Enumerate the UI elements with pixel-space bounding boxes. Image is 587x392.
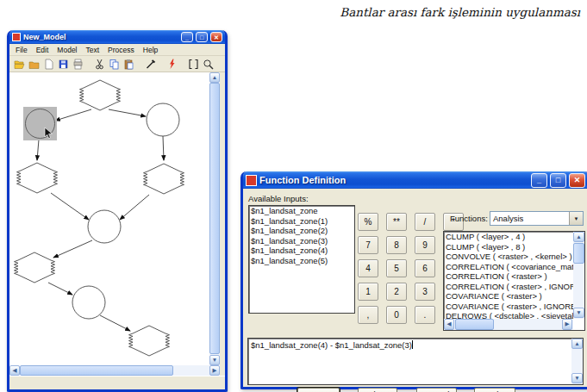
fit-extent-brackets-icon[interactable] <box>187 59 199 70</box>
minimize-button[interactable]: _ <box>181 32 193 42</box>
key-7[interactable]: 7 <box>358 236 378 254</box>
scroll-up-icon[interactable]: ▲ <box>571 339 583 349</box>
paste-icon[interactable] <box>122 59 134 70</box>
maximize-button[interactable]: □ <box>550 173 566 188</box>
input-item[interactable]: $n1_landsat_zone(5) <box>249 256 354 266</box>
canvas-vertical-scrollbar[interactable]: ▲ ▼ <box>209 72 220 365</box>
cut-icon[interactable] <box>93 59 105 70</box>
functions-vertical-scrollbar[interactable]: ▲ ▼ <box>573 232 584 319</box>
clear-button[interactable]: Clear <box>358 388 397 392</box>
input-item[interactable]: $n1_landsat_zone(4) <box>249 246 354 256</box>
pick-tool-icon[interactable] <box>144 59 156 70</box>
scroll-right-icon[interactable]: ▶ <box>562 319 572 330</box>
function-item[interactable]: DELROWS ( <dsctable> , <sievetable <box>444 311 573 319</box>
model-window: New_Model _ □ ✕ File Edit Model Text Pro… <box>7 30 228 392</box>
input-item[interactable]: $n1_landsat_zone(1) <box>249 216 354 227</box>
key-power[interactable]: ** <box>386 213 407 231</box>
save-icon[interactable] <box>57 59 69 70</box>
copy-icon[interactable] <box>108 59 120 70</box>
model-window-titlebar[interactable]: New_Model _ □ ✕ <box>9 30 225 44</box>
key-3[interactable]: 3 <box>415 283 435 301</box>
model-menubar: File Edit Model Text Process Help <box>9 44 225 56</box>
function-item[interactable]: CORRELATION ( <raster> , IGNORE < <box>444 282 573 292</box>
menu-model[interactable]: Model <box>53 46 80 54</box>
raster-node-right[interactable] <box>144 164 184 194</box>
function-node-right[interactable] <box>147 103 179 136</box>
close-button[interactable]: ✕ <box>210 32 222 42</box>
function-node-bottom[interactable] <box>72 286 105 319</box>
scroll-down-icon[interactable]: ▼ <box>573 308 584 318</box>
function-item[interactable]: CORRELATION ( <covariance_matrix <box>444 262 573 272</box>
expression-textarea[interactable]: $n1_landsat_zone(4) - $n1_landsat_zone(3… <box>247 338 584 385</box>
functions-horizontal-scrollbar[interactable]: ◀ ▶ <box>444 319 573 330</box>
help-button[interactable]: Help <box>474 388 515 392</box>
functions-list[interactable]: CLUMP ( <layer> , 4 ) CLUMP ( <layer> , … <box>443 231 585 331</box>
model-canvas-area: ▲ ▼ ◀ ▶ <box>9 72 220 376</box>
maximize-button[interactable]: □ <box>196 32 208 42</box>
menu-edit[interactable]: Edit <box>33 46 53 54</box>
function-item[interactable]: CLUMP ( <layer> , 4 ) <box>444 232 573 242</box>
menu-help[interactable]: Help <box>140 46 161 54</box>
menu-text[interactable]: Text <box>83 46 103 54</box>
raster-node-output[interactable] <box>129 326 170 356</box>
input-item[interactable]: $n1_landsat_zone <box>249 206 354 216</box>
function-item[interactable]: CORRELATION ( <raster> ) <box>444 271 573 282</box>
arrow-bottom-function-to-output-raster <box>100 315 130 331</box>
function-node-selected[interactable] <box>23 107 57 140</box>
raster-node-bottom-left[interactable] <box>15 252 55 283</box>
key-comma[interactable]: , <box>358 306 378 324</box>
function-item[interactable]: COVARIANCE ( <raster> , IGNORE <v <box>444 302 573 312</box>
function-definition-icon <box>246 175 257 186</box>
key-5[interactable]: 5 <box>386 259 407 277</box>
key-8[interactable]: 8 <box>386 236 407 254</box>
scroll-up-icon[interactable]: ▲ <box>573 232 584 242</box>
key-6[interactable]: 6 <box>415 259 435 277</box>
scroll-right-icon[interactable]: ▶ <box>209 365 220 376</box>
print-icon[interactable] <box>72 59 84 70</box>
functions-category-combo[interactable]: Analysis ▼ <box>490 211 584 226</box>
dialog-titlebar[interactable]: Function Definition _ □ ✕ <box>243 171 587 189</box>
scroll-down-icon[interactable]: ▼ <box>571 373 583 383</box>
functions-category-value: Analysis <box>490 214 569 223</box>
scroll-up-icon[interactable]: ▲ <box>209 72 220 83</box>
cancel-button[interactable]: Cancel <box>416 388 457 392</box>
key-1[interactable]: 1 <box>358 283 378 301</box>
function-item[interactable]: CLUMP ( <layer> , 8 ) <box>444 242 573 252</box>
raster-node-top[interactable] <box>80 80 121 110</box>
key-4[interactable]: 4 <box>358 259 378 277</box>
folder-icon[interactable] <box>28 59 40 70</box>
open-folder-icon[interactable] <box>13 59 25 70</box>
scroll-left-icon[interactable]: ◀ <box>444 319 454 330</box>
text-caret <box>412 340 413 349</box>
function-node-center[interactable] <box>88 210 121 243</box>
minimize-button[interactable]: _ <box>531 173 547 188</box>
key-divide[interactable]: / <box>415 213 435 231</box>
page-caption: Bantlar arası fark işleminin uygulanması <box>340 5 580 19</box>
expression-vertical-scrollbar[interactable]: ▲ ▼ <box>571 339 583 384</box>
menu-file[interactable]: File <box>12 46 31 54</box>
key-2[interactable]: 2 <box>386 283 407 301</box>
close-button[interactable]: ✕ <box>569 173 585 188</box>
raster-node-left[interactable] <box>17 163 58 193</box>
input-item[interactable]: $n1_landsat_zone(2) <box>249 226 354 236</box>
chevron-down-icon[interactable]: ▼ <box>569 212 583 225</box>
function-item[interactable]: COVARIANCE ( <raster> ) <box>444 291 573 302</box>
scroll-left-icon[interactable]: ◀ <box>9 365 20 376</box>
key-9[interactable]: 9 <box>415 236 435 254</box>
menu-process[interactable]: Process <box>104 46 138 54</box>
arrow-top-to-right-function <box>109 109 146 116</box>
model-window-title: New_Model <box>23 33 178 41</box>
available-inputs-list[interactable]: $n1_landsat_zone $n1_landsat_zone(1) $n1… <box>248 205 355 314</box>
arrow-left-raster-to-center-function <box>51 193 89 220</box>
zoom-magnifier-icon[interactable] <box>202 59 214 70</box>
key-decimal[interactable]: . <box>415 306 435 324</box>
function-item[interactable]: CONVOLVE ( <raster> , <kernel> ) <box>444 252 573 262</box>
ok-button[interactable]: OK <box>297 388 340 392</box>
canvas-horizontal-scrollbar[interactable]: ◀ ▶ <box>9 365 220 376</box>
new-document-icon[interactable] <box>42 59 54 70</box>
input-item[interactable]: $n1_landsat_zone(3) <box>249 236 354 246</box>
scroll-down-icon[interactable]: ▼ <box>209 355 220 365</box>
key-percent[interactable]: % <box>358 213 378 231</box>
key-0[interactable]: 0 <box>386 306 407 324</box>
run-lightning-icon[interactable] <box>165 59 178 70</box>
